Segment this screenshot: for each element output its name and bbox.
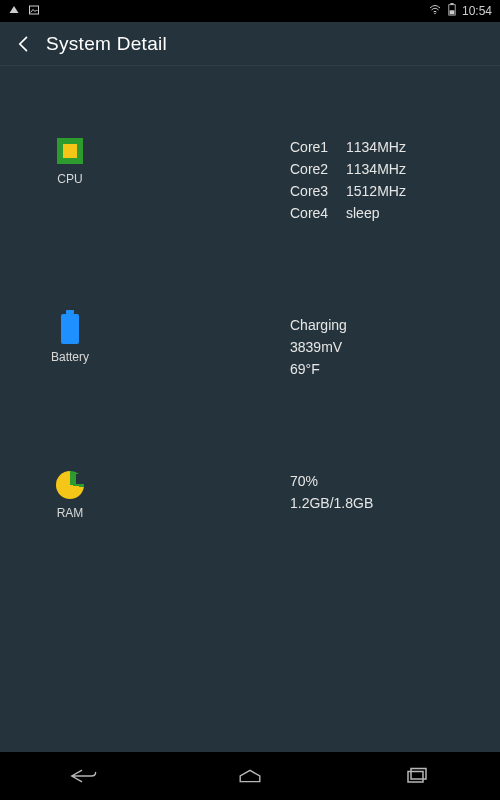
app-header: System Detail: [0, 22, 500, 66]
battery-status-icon: [448, 3, 456, 19]
cpu-core-value: 1512MHz: [346, 180, 406, 202]
svg-rect-4: [450, 10, 455, 14]
ram-section: RAM 70% 1.2GB/1.8GB: [0, 470, 500, 520]
content-area: CPU Core1 1134MHz Core2 1134MHz Core3 15…: [0, 66, 500, 752]
battery-icon: [55, 314, 85, 344]
cpu-core-value: 1134MHz: [346, 158, 406, 180]
battery-line: 3839mV: [290, 336, 500, 358]
battery-data: Charging 3839mV 69°F: [290, 314, 500, 380]
cpu-core-name: Core2: [290, 158, 336, 180]
status-bar: 10:54: [0, 0, 500, 22]
cpu-core-value: sleep: [346, 202, 379, 224]
cpu-section: CPU Core1 1134MHz Core2 1134MHz Core3 15…: [0, 136, 500, 224]
image-icon: [28, 4, 40, 19]
nav-back-button[interactable]: [63, 762, 103, 790]
cpu-label: CPU: [57, 172, 82, 186]
ram-label: RAM: [57, 506, 84, 520]
cpu-core-row: Core2 1134MHz: [290, 158, 500, 180]
cpu-core-row: Core3 1512MHz: [290, 180, 500, 202]
nav-recents-button[interactable]: [397, 762, 437, 790]
battery-section: Battery Charging 3839mV 69°F: [0, 314, 500, 380]
ram-line: 70%: [290, 470, 500, 492]
svg-rect-3: [450, 3, 453, 5]
cpu-core-value: 1134MHz: [346, 136, 406, 158]
cpu-icon: [55, 136, 85, 166]
ram-data: 70% 1.2GB/1.8GB: [290, 470, 500, 514]
cpu-core-row: Core4 sleep: [290, 202, 500, 224]
status-time: 10:54: [462, 4, 492, 18]
android-nav-bar: [0, 752, 500, 800]
ram-line: 1.2GB/1.8GB: [290, 492, 500, 514]
cpu-core-name: Core3: [290, 180, 336, 202]
nav-home-button[interactable]: [230, 762, 270, 790]
back-button[interactable]: [12, 32, 36, 56]
ram-icon: [55, 470, 85, 500]
cpu-data: Core1 1134MHz Core2 1134MHz Core3 1512MH…: [290, 136, 500, 224]
cpu-core-name: Core4: [290, 202, 336, 224]
battery-line: Charging: [290, 314, 500, 336]
page-title: System Detail: [46, 33, 167, 55]
notification-icon: [8, 4, 20, 19]
battery-label: Battery: [51, 350, 89, 364]
cpu-core-row: Core1 1134MHz: [290, 136, 500, 158]
battery-line: 69°F: [290, 358, 500, 380]
wifi-icon: [428, 4, 442, 19]
svg-point-1: [434, 12, 436, 14]
cpu-core-name: Core1: [290, 136, 336, 158]
